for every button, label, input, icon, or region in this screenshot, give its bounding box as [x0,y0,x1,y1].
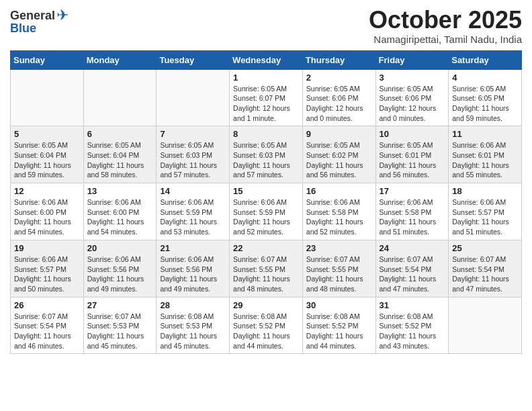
cell-info-line: Daylight: 11 hours [87,217,153,227]
cell-info-line: Sunset: 5:57 PM [14,265,80,275]
day-number: 21 [160,243,226,253]
cell-info-line: Daylight: 12 hours [306,103,372,113]
cell-info-line: Sunset: 6:03 PM [233,150,299,161]
cell-info-line: Daylight: 11 hours [14,331,80,341]
cell-info-line: and 48 minutes. [233,284,299,294]
cell-info-line: Sunrise: 6:06 AM [452,140,518,150]
cell-info-line: Sunset: 5:54 PM [380,265,445,275]
day-number: 28 [160,300,226,310]
cell-info-line: Sunrise: 6:07 AM [87,312,153,322]
calendar-cell: 11Sunrise: 6:06 AMSunset: 6:01 PMDayligh… [449,126,522,183]
weekday-header-sunday: Sunday [11,50,84,69]
day-number: 31 [380,300,445,310]
day-number: 15 [233,186,299,196]
cell-info-line: Sunrise: 6:08 AM [306,312,372,322]
cell-info-line: and 43 minutes. [380,341,445,351]
cell-info-line: Sunrise: 6:06 AM [87,197,153,208]
cell-info-line: Daylight: 11 hours [87,331,153,341]
cell-info-line: Sunset: 6:00 PM [14,208,80,218]
cell-info-line: and 52 minutes. [233,227,299,237]
day-number: 17 [380,186,445,196]
cell-info-line: and 46 minutes. [14,341,80,351]
cell-info-line: Daylight: 11 hours [306,274,372,284]
logo-general: General [10,9,55,23]
cell-info-line: and 55 minutes. [452,170,518,180]
cell-info-line: Daylight: 11 hours [452,103,518,113]
calendar-cell: 27Sunrise: 6:07 AMSunset: 5:53 PMDayligh… [83,297,157,354]
cell-info-line: Sunset: 6:05 PM [452,93,518,103]
cell-info-line: Daylight: 11 hours [160,217,226,227]
day-number: 16 [306,186,372,196]
cell-info-line: Sunrise: 6:06 AM [14,255,80,265]
cell-info-line: Sunset: 6:03 PM [160,150,226,161]
cell-info-line: and 0 minutes. [380,113,445,124]
cell-info-line: Daylight: 11 hours [14,217,80,227]
day-number: 9 [306,129,372,139]
cell-info-line: Sunset: 6:04 PM [87,150,153,161]
day-number: 10 [380,129,445,139]
cell-info-line: and 49 minutes. [87,284,153,294]
day-number: 20 [87,243,153,253]
cell-info-line: Sunset: 6:01 PM [452,150,518,161]
day-number: 22 [233,243,299,253]
day-number: 5 [14,129,80,139]
location-subtitle: Namagiripettai, Tamil Nadu, India [369,34,522,45]
cell-info-line: Sunrise: 6:05 AM [160,140,226,150]
weekday-header-tuesday: Tuesday [157,50,230,69]
cell-info-line: Daylight: 11 hours [87,161,153,171]
day-number: 12 [14,186,80,196]
header: General ✈ Blue October 2025 Namagiripett… [10,7,522,45]
cell-info-line: Sunrise: 6:08 AM [160,312,226,322]
calendar-cell: 30Sunrise: 6:08 AMSunset: 5:52 PMDayligh… [302,297,375,354]
cell-info-line: and 1 minute. [233,113,299,124]
logo: General ✈ Blue [10,7,69,36]
cell-info-line: Sunrise: 6:06 AM [452,197,518,208]
cell-info-line: and 44 minutes. [306,341,372,351]
calendar-cell [449,297,522,354]
day-number: 2 [306,73,372,83]
cell-info-line: Sunset: 6:07 PM [233,93,299,103]
calendar-cell: 19Sunrise: 6:06 AMSunset: 5:57 PMDayligh… [11,240,84,297]
calendar-cell: 14Sunrise: 6:06 AMSunset: 5:59 PMDayligh… [157,183,230,240]
cell-info-line: Daylight: 11 hours [233,161,299,171]
cell-info-line: Sunrise: 6:05 AM [14,140,80,150]
cell-info-line: Sunset: 5:59 PM [233,208,299,218]
cell-info-line: Daylight: 11 hours [380,161,445,171]
cell-info-line: and 44 minutes. [233,341,299,351]
cell-info-line: Sunrise: 6:07 AM [306,255,372,265]
cell-info-line: Sunset: 6:00 PM [87,208,153,218]
cell-info-line: Sunrise: 6:06 AM [306,197,372,208]
cell-info-line: Daylight: 11 hours [452,274,518,284]
weekday-header-monday: Monday [83,50,157,69]
calendar-cell: 15Sunrise: 6:06 AMSunset: 5:59 PMDayligh… [230,183,303,240]
calendar-week-row-1: 1Sunrise: 6:05 AMSunset: 6:07 PMDaylight… [11,69,522,126]
cell-info-line: Sunrise: 6:05 AM [306,84,372,94]
cell-info-line: Sunrise: 6:05 AM [233,140,299,150]
cell-info-line: and 47 minutes. [380,284,445,294]
day-number: 6 [87,129,153,139]
cell-info-line: Sunrise: 6:06 AM [87,255,153,265]
calendar-cell: 28Sunrise: 6:08 AMSunset: 5:53 PMDayligh… [157,297,230,354]
calendar-week-row-2: 5Sunrise: 6:05 AMSunset: 6:04 PMDaylight… [11,126,522,183]
cell-info-line: Sunset: 6:02 PM [306,150,372,161]
cell-info-line: Daylight: 12 hours [233,103,299,113]
day-number: 24 [380,243,445,253]
cell-info-line: Sunrise: 6:05 AM [380,140,445,150]
calendar-cell: 29Sunrise: 6:08 AMSunset: 5:52 PMDayligh… [230,297,303,354]
cell-info-line: Sunset: 5:58 PM [306,208,372,218]
cell-info-line: and 45 minutes. [87,341,153,351]
cell-info-line: Sunrise: 6:08 AM [380,312,445,322]
cell-info-line: Sunrise: 6:08 AM [233,312,299,322]
cell-info-line: Daylight: 11 hours [87,274,153,284]
cell-info-line: Sunrise: 6:06 AM [160,255,226,265]
calendar-cell: 8Sunrise: 6:05 AMSunset: 6:03 PMDaylight… [230,126,303,183]
weekday-header-wednesday: Wednesday [230,50,303,69]
cell-info-line: Sunrise: 6:05 AM [452,84,518,94]
cell-info-line: and 56 minutes. [306,170,372,180]
cell-info-line: Daylight: 11 hours [380,274,445,284]
cell-info-line: Sunset: 5:56 PM [160,265,226,275]
title-section: October 2025 Namagiripettai, Tamil Nadu,… [369,7,522,45]
cell-info-line: Sunrise: 6:07 AM [380,255,445,265]
cell-info-line: Daylight: 11 hours [233,274,299,284]
cell-info-line: and 53 minutes. [160,227,226,237]
